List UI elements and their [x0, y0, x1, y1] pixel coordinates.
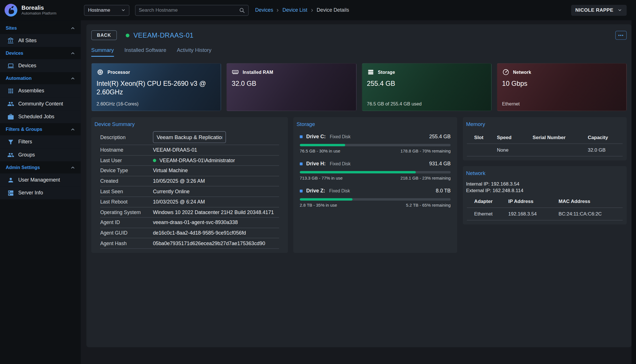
description-input[interactable] [153, 131, 226, 143]
stat-value: 32.0 GB [232, 80, 347, 88]
breadcrumb-item-device-list[interactable]: Device List [282, 7, 307, 13]
tab-installed-software[interactable]: Installed Software [124, 47, 166, 57]
chevron-right-icon [275, 7, 280, 13]
memory-panel: Memory Slot Speed Serial Number Capacity… [463, 117, 627, 160]
online-dot [153, 159, 156, 162]
panel-title: Memory [463, 120, 627, 130]
stat-footer: 76.5 GB of 255.4 GB used [367, 101, 422, 106]
chevron-up-icon [70, 164, 76, 170]
drive-bullet-icon [300, 190, 303, 192]
summary-row-last-reboot: Last Reboot 10/03/2025 @ 6:24 AM [100, 197, 279, 207]
stat-card-storage: Storage 255.4 GB 76.5 GB of 255.4 GB use… [362, 63, 491, 111]
laptop-icon [7, 62, 14, 69]
chevron-up-icon [70, 50, 76, 56]
device-header: BACK VEEAM-DRAAS-01 ••• [91, 30, 627, 40]
main-content: BACK VEEAM-DRAAS-01 ••• Summary Installe… [81, 20, 636, 364]
drive-remaining: 218.1 GB - 23% remaining [400, 176, 451, 180]
memory-header-speed: Speed [497, 135, 532, 140]
tab-summary[interactable]: Summary [91, 47, 114, 57]
drive-size: 255.4 GB [429, 134, 451, 139]
panel-title: Network [463, 169, 627, 179]
network-row: Ethernet 192.168.3.54 BC:24:11:CA:C6:2C [467, 208, 623, 221]
drive-type: Fixed Disk [329, 188, 350, 193]
drive-row-c: Drive C: Fixed Disk 255.4 GB 76.5 GB - 3… [300, 133, 451, 153]
stat-label: Processor [108, 70, 130, 75]
sidebar-section-devices[interactable]: Devices [0, 47, 81, 59]
sidebar-item-community-content[interactable]: Community Content [0, 97, 81, 110]
drive-progress [300, 171, 451, 174]
brand-subtitle: Automation Platform [21, 11, 56, 16]
memory-slot [474, 147, 497, 153]
sidebar-section-label: Admin Settings [6, 165, 40, 170]
sidebar-item-all-sites[interactable]: All Sites [0, 34, 81, 47]
scrollbar-track[interactable] [631, 20, 636, 364]
device-title: VEEAM-DRAAS-01 [134, 31, 194, 39]
network-header-ip: IP Address [508, 199, 558, 204]
network-header-adapter: Adapter [474, 199, 508, 204]
tab-activity-history[interactable]: Activity History [177, 47, 211, 57]
sidebar-item-groups[interactable]: Groups [0, 148, 81, 161]
network-icon [502, 68, 510, 76]
hostname-filter-select[interactable]: Hostname [84, 5, 129, 15]
search-input[interactable] [139, 7, 239, 13]
drive-type: Fixed Disk [330, 134, 351, 139]
summary-label: Description [100, 134, 153, 140]
filter-icon [7, 138, 14, 145]
sidebar-item-label: Assemblies [18, 88, 44, 93]
storage-icon [367, 68, 374, 76]
stat-card-installed-ram: Installed RAM 32.0 GB [227, 63, 356, 111]
drive-progress [300, 144, 451, 147]
stat-label: Installed RAM [243, 70, 273, 75]
breadcrumb-item-devices[interactable]: Devices [255, 7, 273, 13]
sidebar-section-sites[interactable]: Sites [0, 22, 81, 34]
sidebar-item-user-management[interactable]: User Management [0, 173, 81, 186]
summary-value: VEEAM-DRAAS-01 [153, 147, 279, 153]
hostname-search [135, 5, 249, 15]
hostname-filter-value: Hostname [88, 7, 110, 13]
overflow-menu-button[interactable]: ••• [615, 31, 627, 40]
external-ip: External IP: 162.248.8.114 [466, 188, 623, 194]
stat-label: Network [513, 70, 531, 75]
summary-value: de16c0c1-8aa2-4d18-9585-9ce91cf056fd [153, 230, 279, 236]
stat-value: 255.4 GB [367, 80, 482, 88]
memory-header-serial: Serial Number [533, 135, 588, 140]
sidebar-section-label: Sites [6, 26, 17, 30]
sidebar-item-assemblies[interactable]: Assemblies [0, 84, 81, 97]
summary-label: Operating System [100, 210, 153, 215]
chevron-down-icon [120, 7, 126, 13]
drive-used: 713.3 GB - 77% in use [300, 176, 343, 180]
summary-label: Agent GUID [100, 230, 153, 236]
chevron-down-icon [617, 7, 623, 13]
drive-progress-fill [300, 171, 416, 174]
summary-value: Virtual Machine [153, 168, 279, 174]
drive-type: Fixed Disk [330, 161, 351, 166]
sidebar-item-filters[interactable]: Filters [0, 135, 81, 148]
summary-row-operating-system: Operating System Windows 10 2022 Datacen… [100, 207, 279, 217]
summary-label: Device Type [100, 168, 153, 174]
summary-label: Created [100, 178, 153, 184]
drive-size: 8.0 TB [436, 188, 451, 194]
user-menu[interactable]: NICOLE RAPPE [571, 5, 627, 15]
drive-used: 2.8 TB - 35% in use [300, 203, 337, 208]
device-details-card: BACK VEEAM-DRAAS-01 ••• Summary Installe… [86, 24, 632, 347]
groups-icon [7, 151, 14, 158]
network-adapter: Ethernet [474, 211, 508, 217]
summary-value: 10/03/2025 @ 6:24 AM [153, 199, 279, 205]
sidebar-section-filters-groups[interactable]: Filters & Groups [0, 123, 81, 135]
sidebar-section-automation[interactable]: Automation [0, 72, 81, 84]
sidebar-item-server-info[interactable]: Server Info [0, 186, 81, 199]
breadcrumb-item-device-details: Device Details [317, 7, 349, 13]
borealis-logo-icon [4, 3, 18, 17]
briefcase-icon [7, 113, 14, 120]
sidebar-item-devices[interactable]: Devices [0, 59, 81, 72]
summary-value: VEEAM-DRAAS-01\Administrator [159, 158, 235, 163]
back-button[interactable]: BACK [91, 30, 117, 40]
drive-remaining: 5.2 TB - 65% remaining [406, 203, 451, 208]
sidebar-item-scheduled-jobs[interactable]: Scheduled Jobs [0, 110, 81, 123]
summary-row-description: Description [100, 130, 279, 145]
network-header-mac: MAC Address [559, 199, 620, 204]
sidebar-item-label: Server Info [18, 190, 43, 196]
memory-header-slot: Slot [474, 135, 497, 140]
drive-name: Drive Z: [306, 188, 325, 194]
sidebar-section-admin-settings[interactable]: Admin Settings [0, 161, 81, 174]
